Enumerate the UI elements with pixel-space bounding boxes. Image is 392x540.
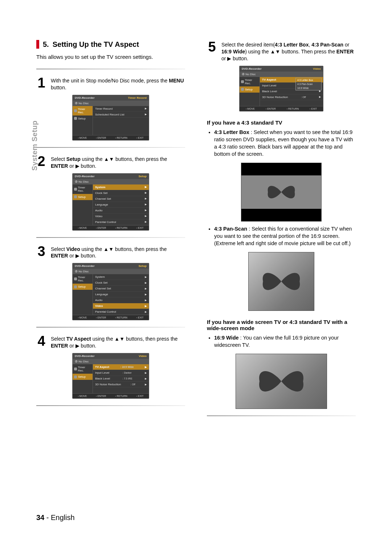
divider (36, 237, 185, 238)
clock-icon (74, 109, 77, 112)
section-bar (36, 40, 39, 49)
clock-icon (241, 80, 244, 83)
sample-panscan (248, 252, 314, 311)
page-footer: 34 - English (36, 513, 75, 522)
step-4-number: 4 (36, 334, 46, 348)
gear-icon (74, 375, 77, 378)
step-1-number: 1 (36, 76, 46, 90)
step-2-text: Select Setup using the ▲▼ buttons, then … (51, 154, 185, 170)
divider (36, 327, 185, 328)
step-4-text: Select TV Aspect using the ▲▼ buttons, t… (51, 334, 185, 349)
gear-icon (241, 88, 244, 91)
gear-icon (74, 117, 77, 120)
clock-icon (74, 188, 77, 191)
right-column: 5 Select the desired item(4:3 Letter Box… (207, 40, 356, 423)
step-1-text: With the unit in Stop mode/No Disc mode,… (51, 76, 185, 91)
step-3: 3 Select Video using the ▲▼ buttons, the… (36, 244, 185, 260)
divider (36, 147, 185, 148)
divider (207, 415, 356, 416)
clock-icon (74, 277, 77, 280)
step-2: 2 Select Setup using the ▲▼ buttons, the… (36, 154, 185, 170)
osd-step-4: DVD-RecorderVideo ⦿ No Disc Timer Rec. S… (72, 353, 149, 399)
subhead-43: If you have a 4:3 standard TV (207, 119, 356, 126)
osd-step-1: DVD-RecorderTimer Record ⦿ No Disc Timer… (72, 95, 149, 141)
step-3-text: Select Video using the ▲▼ buttons, then … (51, 244, 185, 260)
butterfly-icon (253, 182, 309, 202)
step-4: 4 Select TV Aspect using the ▲▼ buttons,… (36, 334, 185, 349)
osd-step-5: DVD-RecorderVideo ⦿ No Disc Timer Rec. S… (239, 66, 323, 111)
gear-icon (74, 195, 77, 198)
gear-icon (74, 285, 77, 288)
divider (36, 405, 185, 406)
desc-wide: 16:9 Wide : You can view the full 16:9 p… (214, 334, 356, 349)
butterfly-icon (258, 264, 304, 299)
desc-letterbox: 4:3 Letter Box : Select when you want to… (214, 129, 356, 158)
step-5-number: 5 (207, 40, 217, 54)
step-5: 5 Select the desired item(4:3 Letter Box… (207, 40, 356, 62)
step-5-text: Select the desired item(4:3 Letter Box, … (221, 40, 356, 62)
osd-step-3: DVD-RecorderSetup ⦿ No Disc Timer Rec. S… (72, 263, 149, 320)
section-heading: Setting Up the TV Aspect (53, 40, 139, 49)
subhead-wide: If you have a wide screen TV or 4:3 stan… (207, 319, 356, 331)
section-intro: This allows you to set up the TV screen … (36, 54, 185, 60)
osd-step-2: DVD-RecorderSetup ⦿ No Disc Timer Rec. S… (72, 173, 149, 231)
left-column: 5. Setting Up the TV Aspect This allows … (36, 40, 185, 423)
butterfly-icon (250, 365, 313, 398)
desc-panscan: 4:3 Pan-Scan : Select this for a convent… (214, 225, 356, 247)
step-1: 1 With the unit in Stop mode/No Disc mod… (36, 76, 185, 91)
section-number: 5. (43, 40, 49, 49)
sample-letterbox (241, 163, 322, 222)
step-3-number: 3 (36, 244, 46, 258)
sample-wide (236, 354, 327, 409)
divider (36, 69, 185, 69)
section-title: 5. Setting Up the TV Aspect (36, 40, 185, 49)
side-tab-label: System Setup (30, 121, 39, 171)
clock-icon (74, 368, 77, 370)
